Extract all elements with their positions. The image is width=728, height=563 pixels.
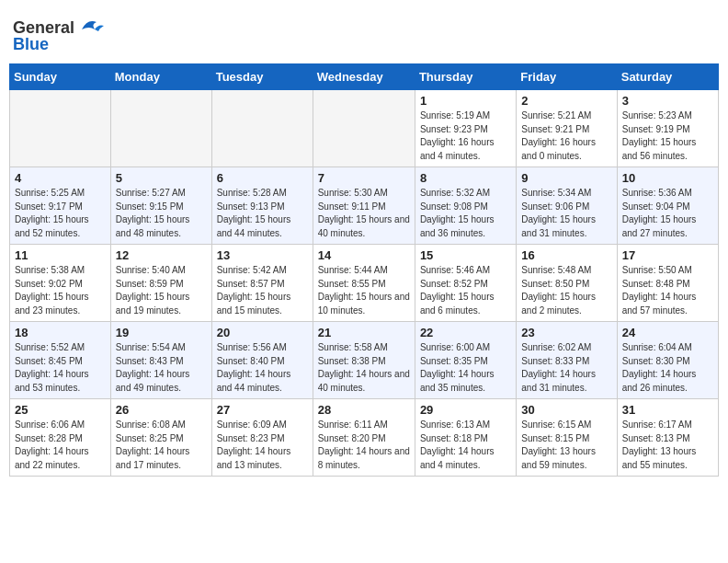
day-number: 14 bbox=[318, 248, 410, 262]
day-number: 4 bbox=[15, 171, 106, 185]
calendar-cell: 26Sunrise: 6:08 AMSunset: 8:25 PMDayligh… bbox=[110, 399, 211, 477]
calendar-week-row: 1Sunrise: 5:19 AMSunset: 9:23 PMDaylight… bbox=[10, 90, 719, 167]
day-number: 2 bbox=[521, 94, 611, 108]
day-info: Sunrise: 5:25 AMSunset: 9:17 PMDaylight:… bbox=[15, 187, 106, 240]
calendar-cell: 23Sunrise: 6:02 AMSunset: 8:33 PMDayligh… bbox=[517, 322, 617, 399]
calendar-cell: 29Sunrise: 6:13 AMSunset: 8:18 PMDayligh… bbox=[415, 399, 516, 477]
day-info: Sunrise: 6:13 AMSunset: 8:18 PMDaylight:… bbox=[420, 419, 511, 472]
day-info: Sunrise: 6:02 AMSunset: 8:33 PMDaylight:… bbox=[521, 341, 611, 395]
day-number: 25 bbox=[15, 403, 106, 417]
calendar-cell: 5Sunrise: 5:27 AMSunset: 9:15 PMDaylight… bbox=[110, 167, 211, 245]
day-info: Sunrise: 5:30 AMSunset: 9:11 PMDaylight:… bbox=[318, 187, 410, 240]
calendar-cell: 22Sunrise: 6:00 AMSunset: 8:35 PMDayligh… bbox=[415, 322, 516, 399]
day-number: 3 bbox=[622, 94, 713, 108]
weekday-tuesday: Tuesday bbox=[211, 64, 313, 90]
weekday-saturday: Saturday bbox=[617, 64, 718, 90]
day-info: Sunrise: 6:04 AMSunset: 8:30 PMDaylight:… bbox=[622, 341, 713, 395]
day-number: 21 bbox=[318, 326, 410, 339]
day-number: 11 bbox=[15, 248, 106, 262]
calendar-week-row: 18Sunrise: 5:52 AMSunset: 8:45 PMDayligh… bbox=[10, 322, 719, 399]
day-number: 17 bbox=[622, 248, 713, 262]
day-info: Sunrise: 6:09 AMSunset: 8:23 PMDaylight:… bbox=[217, 419, 308, 472]
day-info: Sunrise: 6:00 AMSunset: 8:35 PMDaylight:… bbox=[420, 341, 511, 395]
day-number: 22 bbox=[420, 326, 511, 339]
day-info: Sunrise: 5:19 AMSunset: 9:23 PMDaylight:… bbox=[420, 109, 511, 163]
day-info: Sunrise: 6:15 AMSunset: 8:15 PMDaylight:… bbox=[521, 419, 611, 472]
calendar-week-row: 4Sunrise: 5:25 AMSunset: 9:17 PMDaylight… bbox=[10, 167, 719, 245]
calendar-cell: 9Sunrise: 5:34 AMSunset: 9:06 PMDaylight… bbox=[517, 167, 617, 245]
calendar-cell: 13Sunrise: 5:42 AMSunset: 8:57 PMDayligh… bbox=[211, 245, 313, 322]
calendar-cell: 25Sunrise: 6:06 AMSunset: 8:28 PMDayligh… bbox=[10, 399, 111, 477]
calendar-cell: 21Sunrise: 5:58 AMSunset: 8:38 PMDayligh… bbox=[313, 322, 415, 399]
logo-blue-text: Blue bbox=[13, 35, 49, 54]
weekday-sunday: Sunday bbox=[10, 64, 111, 90]
day-number: 18 bbox=[15, 326, 106, 339]
day-number: 8 bbox=[420, 171, 511, 185]
day-info: Sunrise: 5:54 AMSunset: 8:43 PMDaylight:… bbox=[116, 341, 207, 395]
calendar-cell bbox=[211, 90, 313, 167]
day-number: 5 bbox=[116, 171, 207, 185]
day-number: 7 bbox=[318, 171, 410, 185]
day-number: 23 bbox=[521, 326, 611, 339]
day-number: 16 bbox=[521, 248, 611, 262]
day-number: 9 bbox=[521, 171, 611, 185]
calendar-cell: 4Sunrise: 5:25 AMSunset: 9:17 PMDaylight… bbox=[10, 167, 111, 245]
calendar-cell: 30Sunrise: 6:15 AMSunset: 8:15 PMDayligh… bbox=[517, 399, 617, 477]
calendar-cell: 12Sunrise: 5:40 AMSunset: 8:59 PMDayligh… bbox=[110, 245, 211, 322]
calendar-cell: 2Sunrise: 5:21 AMSunset: 9:21 PMDaylight… bbox=[517, 90, 617, 167]
calendar-cell: 31Sunrise: 6:17 AMSunset: 8:13 PMDayligh… bbox=[617, 399, 718, 477]
day-info: Sunrise: 6:17 AMSunset: 8:13 PMDaylight:… bbox=[622, 419, 713, 472]
day-info: Sunrise: 5:21 AMSunset: 9:21 PMDaylight:… bbox=[521, 109, 611, 163]
day-number: 12 bbox=[116, 248, 207, 262]
calendar-cell: 10Sunrise: 5:36 AMSunset: 9:04 PMDayligh… bbox=[617, 167, 718, 245]
calendar-cell: 27Sunrise: 6:09 AMSunset: 8:23 PMDayligh… bbox=[211, 399, 313, 477]
calendar-cell bbox=[313, 90, 415, 167]
day-number: 20 bbox=[217, 326, 308, 339]
weekday-wednesday: Wednesday bbox=[313, 64, 415, 90]
weekday-header-row: SundayMondayTuesdayWednesdayThursdayFrid… bbox=[10, 64, 719, 90]
day-number: 24 bbox=[622, 326, 713, 339]
day-number: 10 bbox=[622, 171, 713, 185]
calendar-cell: 1Sunrise: 5:19 AMSunset: 9:23 PMDaylight… bbox=[415, 90, 516, 167]
calendar-cell bbox=[110, 90, 211, 167]
calendar-cell: 7Sunrise: 5:30 AMSunset: 9:11 PMDaylight… bbox=[313, 167, 415, 245]
day-info: Sunrise: 5:27 AMSunset: 9:15 PMDaylight:… bbox=[116, 187, 207, 240]
day-info: Sunrise: 5:32 AMSunset: 9:08 PMDaylight:… bbox=[420, 187, 511, 240]
day-number: 15 bbox=[420, 248, 511, 262]
day-number: 30 bbox=[521, 403, 611, 417]
day-info: Sunrise: 5:38 AMSunset: 9:02 PMDaylight:… bbox=[15, 264, 106, 317]
calendar-cell: 14Sunrise: 5:44 AMSunset: 8:55 PMDayligh… bbox=[313, 245, 415, 322]
day-info: Sunrise: 5:56 AMSunset: 8:40 PMDaylight:… bbox=[217, 341, 308, 395]
calendar-cell: 6Sunrise: 5:28 AMSunset: 9:13 PMDaylight… bbox=[211, 167, 313, 245]
calendar-cell: 11Sunrise: 5:38 AMSunset: 9:02 PMDayligh… bbox=[10, 245, 111, 322]
day-info: Sunrise: 6:11 AMSunset: 8:20 PMDaylight:… bbox=[318, 419, 410, 472]
day-number: 28 bbox=[318, 403, 410, 417]
day-number: 29 bbox=[420, 403, 511, 417]
day-number: 31 bbox=[622, 403, 713, 417]
day-info: Sunrise: 5:44 AMSunset: 8:55 PMDaylight:… bbox=[318, 264, 410, 317]
calendar-cell: 8Sunrise: 5:32 AMSunset: 9:08 PMDaylight… bbox=[415, 167, 516, 245]
day-info: Sunrise: 6:06 AMSunset: 8:28 PMDaylight:… bbox=[15, 419, 106, 472]
day-info: Sunrise: 5:23 AMSunset: 9:19 PMDaylight:… bbox=[622, 109, 713, 163]
day-number: 26 bbox=[116, 403, 207, 417]
weekday-monday: Monday bbox=[110, 64, 211, 90]
day-info: Sunrise: 5:40 AMSunset: 8:59 PMDaylight:… bbox=[116, 264, 207, 317]
day-info: Sunrise: 5:42 AMSunset: 8:57 PMDaylight:… bbox=[217, 264, 308, 317]
calendar-cell: 24Sunrise: 6:04 AMSunset: 8:30 PMDayligh… bbox=[617, 322, 718, 399]
day-info: Sunrise: 5:58 AMSunset: 8:38 PMDaylight:… bbox=[318, 341, 410, 395]
calendar-cell: 28Sunrise: 6:11 AMSunset: 8:20 PMDayligh… bbox=[313, 399, 415, 477]
day-info: Sunrise: 5:50 AMSunset: 8:48 PMDaylight:… bbox=[622, 264, 713, 317]
calendar-cell: 16Sunrise: 5:48 AMSunset: 8:50 PMDayligh… bbox=[517, 245, 617, 322]
day-info: Sunrise: 5:36 AMSunset: 9:04 PMDaylight:… bbox=[622, 187, 713, 240]
day-number: 6 bbox=[217, 171, 308, 185]
calendar-week-row: 25Sunrise: 6:06 AMSunset: 8:28 PMDayligh… bbox=[10, 399, 719, 477]
calendar-table: SundayMondayTuesdayWednesdayThursdayFrid… bbox=[9, 63, 719, 477]
day-info: Sunrise: 5:52 AMSunset: 8:45 PMDaylight:… bbox=[15, 341, 106, 395]
day-info: Sunrise: 5:34 AMSunset: 9:06 PMDaylight:… bbox=[521, 187, 611, 240]
calendar-cell: 19Sunrise: 5:54 AMSunset: 8:43 PMDayligh… bbox=[110, 322, 211, 399]
calendar-week-row: 11Sunrise: 5:38 AMSunset: 9:02 PMDayligh… bbox=[10, 245, 719, 322]
day-info: Sunrise: 5:46 AMSunset: 8:52 PMDaylight:… bbox=[420, 264, 511, 317]
day-info: Sunrise: 5:48 AMSunset: 8:50 PMDaylight:… bbox=[521, 264, 611, 317]
calendar-cell: 17Sunrise: 5:50 AMSunset: 8:48 PMDayligh… bbox=[617, 245, 718, 322]
day-info: Sunrise: 6:08 AMSunset: 8:25 PMDaylight:… bbox=[116, 419, 207, 472]
